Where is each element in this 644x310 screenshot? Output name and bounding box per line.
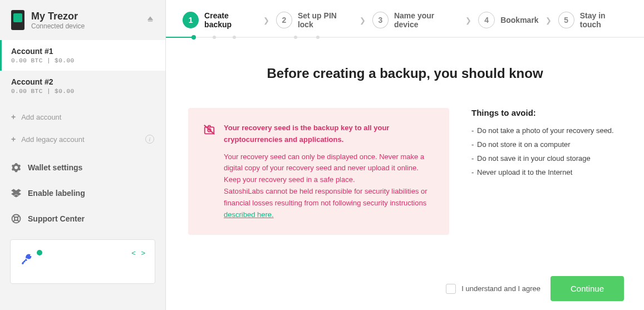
progress-dot	[213, 36, 216, 39]
lifebuoy-icon	[11, 214, 21, 224]
device-info: My Trezor Connected device	[31, 11, 146, 30]
avoid-title: Things to avoid:	[471, 108, 622, 117]
key-icon	[21, 253, 42, 268]
account-item-2[interactable]: Account #2 0.00 BTC | $0.00	[0, 71, 165, 101]
step-label: Name your device	[394, 11, 459, 29]
step-number: 3	[372, 12, 389, 28]
described-here-link[interactable]: described here.	[224, 210, 274, 219]
progress-dot	[233, 36, 236, 39]
step-number: 4	[478, 12, 495, 28]
step-number: 1	[183, 12, 199, 28]
avoid-item: Do not take a photo of your recovery see…	[471, 126, 622, 135]
plus-icon: +	[11, 112, 16, 121]
step-pin-lock[interactable]: 2 Set up PIN lock	[276, 11, 353, 29]
enable-labeling-button[interactable]: Enable labeling	[0, 180, 165, 206]
step-label: Create backup	[204, 11, 257, 29]
step-label: Stay in touch	[580, 11, 627, 29]
step-label: Set up PIN lock	[298, 11, 353, 29]
step-name-device[interactable]: 3 Name your device	[372, 11, 459, 29]
support-center-button[interactable]: Support Center	[0, 206, 165, 232]
sidebar: My Trezor Connected device Account #1 0.…	[0, 0, 166, 310]
add-account-label: Add account	[21, 113, 61, 121]
warning-para-1: Your recovery seed can only be displayed…	[224, 152, 424, 184]
add-account-button[interactable]: + Add account	[0, 106, 165, 128]
support-center-label: Support Center	[28, 214, 85, 223]
card-prev-icon[interactable]: <	[131, 249, 136, 257]
warning-box: Your recovery seed is the backup key to …	[188, 108, 449, 235]
stepper: 1 Create backup ❯ 2 Set up PIN lock ❯ 3 …	[166, 0, 644, 37]
account-balance: 0.00 BTC | $0.00	[11, 57, 154, 64]
device-name: My Trezor	[31, 11, 146, 22]
gear-icon	[11, 163, 21, 173]
agree-checkbox-wrap[interactable]: I understand and I agree	[446, 284, 540, 294]
add-legacy-label: Add legacy account	[21, 135, 145, 144]
progress-bar	[166, 37, 644, 38]
dropbox-icon	[11, 188, 21, 198]
no-camera-icon	[203, 124, 216, 220]
warning-para-2: SatoshiLabs cannot be held responsible f…	[224, 187, 427, 207]
step-stay-touch[interactable]: 5 Stay in touch	[558, 11, 627, 29]
avoid-item: Do not store it on a computer	[471, 140, 622, 149]
avoid-column: Things to avoid: Do not take a photo of …	[471, 108, 622, 235]
svg-point-1	[14, 217, 18, 220]
eject-icon[interactable]	[146, 16, 154, 25]
step-number: 2	[276, 12, 292, 28]
trezor-device-icon	[11, 10, 24, 30]
chevron-right-icon: ❯	[360, 16, 366, 24]
add-legacy-account-button[interactable]: + Add legacy account i	[0, 128, 165, 150]
account-item-1[interactable]: Account #1 0.00 BTC | $0.00	[0, 40, 165, 71]
chevron-right-icon: ❯	[263, 16, 269, 24]
wallet-settings-button[interactable]: Wallet settings	[0, 155, 165, 180]
avoid-list: Do not take a photo of your recovery see…	[471, 126, 622, 176]
svg-point-2	[30, 255, 31, 256]
step-create-backup[interactable]: 1 Create backup	[183, 11, 257, 29]
content-columns: Your recovery seed is the backup key to …	[188, 108, 622, 235]
info-icon[interactable]: i	[145, 135, 154, 144]
avoid-item: Do not save it in your cloud storage	[471, 154, 622, 163]
sidebar-card: < >	[10, 239, 155, 284]
checkbox-icon	[446, 284, 456, 294]
checkbox-label: I understand and I agree	[461, 284, 540, 293]
chevron-right-icon: ❯	[545, 16, 552, 24]
page-title: Before creating a backup, you should kno…	[188, 66, 622, 81]
warning-heading: Your recovery seed is the backup key to …	[224, 122, 435, 146]
account-name: Account #2	[11, 77, 154, 86]
footer: I understand and I agree Continue	[166, 267, 644, 310]
step-label: Bookmark	[500, 16, 538, 24]
step-bookmark[interactable]: 4 Bookmark	[478, 12, 538, 28]
progress-dot	[316, 36, 319, 39]
svg-line-5	[204, 125, 214, 135]
warning-text: Your recovery seed is the backup key to …	[224, 122, 435, 220]
device-header[interactable]: My Trezor Connected device	[0, 0, 165, 40]
progress-dot	[294, 36, 297, 39]
chevron-right-icon: ❯	[465, 16, 471, 24]
enable-labeling-label: Enable labeling	[28, 189, 85, 198]
avoid-item: Never upload it to the Internet	[471, 168, 622, 176]
plus-icon: +	[11, 135, 16, 144]
card-nav: < >	[130, 249, 147, 257]
continue-button[interactable]: Continue	[550, 276, 624, 301]
wallet-settings-label: Wallet settings	[28, 163, 82, 172]
progress-fill	[166, 37, 194, 38]
account-name: Account #1	[11, 47, 154, 56]
progress-dot-active	[191, 35, 196, 40]
step-number: 5	[558, 12, 574, 28]
main-content: 1 Create backup ❯ 2 Set up PIN lock ❯ 3 …	[166, 0, 644, 310]
device-status: Connected device	[31, 22, 146, 30]
account-balance: 0.00 BTC | $0.00	[11, 88, 154, 95]
content-area: Before creating a backup, you should kno…	[166, 38, 644, 267]
card-next-icon[interactable]: >	[141, 249, 145, 257]
